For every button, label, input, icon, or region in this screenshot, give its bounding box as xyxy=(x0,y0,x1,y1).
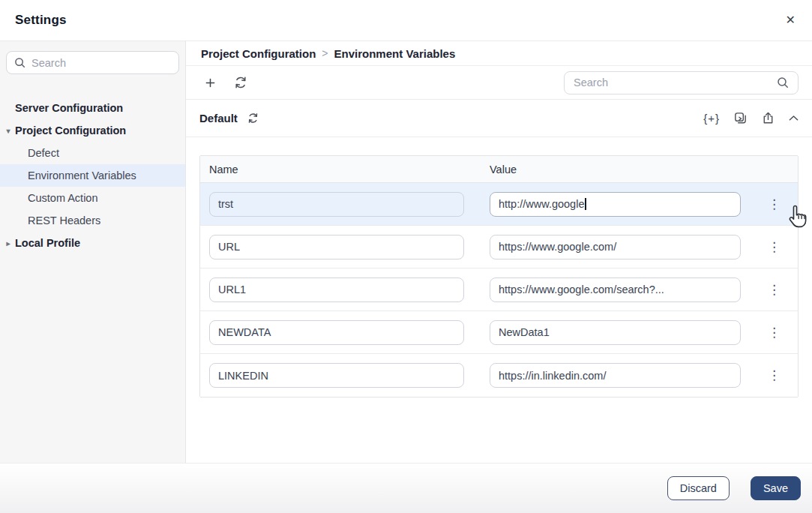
sidebar-nav: Server Configuration ▾ Project Configura… xyxy=(0,97,185,254)
row-menu-icon[interactable]: ⋮ xyxy=(768,284,781,296)
discard-button[interactable]: Discard xyxy=(667,476,730,500)
refresh-icon xyxy=(233,75,248,90)
tree-arrow-icon[interactable]: ▸ xyxy=(4,239,13,248)
sidebar-item-rest-headers[interactable]: REST Headers xyxy=(0,209,185,232)
sidebar-item-label: Defect xyxy=(28,147,59,159)
table-row: URL https://www.google.com/ ⋮ xyxy=(200,226,798,268)
env-table-body: trst http://www.google ⋮ URL https://www… xyxy=(200,183,798,397)
refresh-icon xyxy=(247,112,259,124)
table-search[interactable] xyxy=(564,71,799,94)
sidebar-item-local-profile[interactable]: ▸ Local Profile xyxy=(0,232,185,254)
table-row: URL1 https://www.google.com/search?... ⋮ xyxy=(200,268,798,311)
table-header-row: Name Value xyxy=(200,156,798,183)
table-search-input[interactable] xyxy=(574,76,771,88)
value-input[interactable]: http://www.google xyxy=(490,192,741,217)
main-panel: Project Configuration > Environment Vari… xyxy=(186,41,812,463)
env-toolbar xyxy=(186,66,812,100)
dialog-header: Settings ✕ xyxy=(0,0,812,41)
sidebar-item-label: Environment Variables xyxy=(28,170,136,182)
row-menu-icon[interactable]: ⋮ xyxy=(768,241,781,254)
value-input[interactable]: https://www.google.com/search?... xyxy=(490,278,741,302)
env-variables-table: Name Value trst http://www.google ⋮ URL … xyxy=(199,155,799,398)
row-menu-icon[interactable]: ⋮ xyxy=(768,326,781,339)
close-icon[interactable]: ✕ xyxy=(786,14,796,26)
sidebar-item-project-configuration[interactable]: ▾ Project Configuration xyxy=(0,119,185,142)
sidebar-item-label: Local Profile xyxy=(15,237,80,249)
sidebar-item-label: Server Configuration xyxy=(15,102,123,114)
sidebar-item-custom-action[interactable]: Custom Action xyxy=(0,187,185,209)
row-menu-icon[interactable]: ⋮ xyxy=(768,369,781,382)
name-input[interactable]: URL xyxy=(209,235,464,260)
column-header-value: Value xyxy=(481,164,751,176)
refresh-button[interactable] xyxy=(233,75,248,90)
sidebar-item-server-configuration[interactable]: Server Configuration xyxy=(0,97,185,119)
name-input[interactable]: NEWDATA xyxy=(209,320,464,345)
breadcrumb-separator-icon: > xyxy=(322,47,328,59)
search-icon xyxy=(777,76,789,88)
value-input[interactable]: NewData1 xyxy=(490,320,741,345)
section-refresh-button[interactable] xyxy=(247,112,259,124)
value-input[interactable]: https://www.google.com/ xyxy=(490,235,741,260)
plus-icon xyxy=(205,78,215,88)
tree-arrow-icon[interactable]: ▾ xyxy=(4,127,13,135)
name-input[interactable]: trst xyxy=(209,192,464,217)
breadcrumb: Project Configuration > Environment Vari… xyxy=(186,41,812,66)
name-input[interactable]: LINKEDIN xyxy=(209,363,464,388)
upload-icon xyxy=(761,111,775,125)
copy-icon xyxy=(733,111,748,125)
row-menu-icon[interactable]: ⋮ xyxy=(768,198,781,211)
text-caret xyxy=(585,198,586,210)
save-button[interactable]: Save xyxy=(751,476,801,500)
column-header-name: Name xyxy=(200,164,481,176)
value-input[interactable]: https://in.linkedin.com/ xyxy=(490,363,741,388)
sidebar-item-defect[interactable]: Defect xyxy=(0,142,185,164)
add-variable-button[interactable] xyxy=(201,74,220,92)
name-input[interactable]: URL1 xyxy=(209,278,464,302)
table-row: NEWDATA NewData1 ⋮ xyxy=(200,311,798,354)
export-button[interactable] xyxy=(761,111,775,125)
sidebar-item-environment-variables[interactable]: Environment Variables xyxy=(0,164,185,187)
breadcrumb-parent[interactable]: Project Configuration xyxy=(201,47,316,60)
collapse-section-button[interactable] xyxy=(789,115,799,122)
insert-variable-button[interactable]: {+} xyxy=(703,112,720,124)
sidebar-item-label: Custom Action xyxy=(28,192,98,204)
section-title: Default xyxy=(199,112,238,124)
sidebar-item-label: REST Headers xyxy=(28,214,100,226)
sidebar-item-label: Project Configuration xyxy=(15,124,126,136)
settings-sidebar: Server Configuration ▾ Project Configura… xyxy=(0,41,186,463)
duplicate-button[interactable] xyxy=(733,111,748,125)
sidebar-search[interactable] xyxy=(6,51,179,74)
dialog-title: Settings xyxy=(15,13,67,28)
dialog-footer: Discard Save xyxy=(0,463,812,513)
chevron-up-icon xyxy=(789,115,799,122)
sidebar-search-input[interactable] xyxy=(31,57,172,69)
search-icon xyxy=(14,57,25,68)
braces-plus-icon: {+} xyxy=(703,112,720,124)
default-section-header: Default {+} xyxy=(186,100,812,137)
table-row: LINKEDIN https://in.linkedin.com/ ⋮ xyxy=(200,354,798,397)
settings-dialog: Settings ✕ Server Configuration ▾ Projec… xyxy=(0,0,812,513)
breadcrumb-current: Environment Variables xyxy=(334,47,456,60)
table-row: trst http://www.google ⋮ xyxy=(200,183,798,226)
